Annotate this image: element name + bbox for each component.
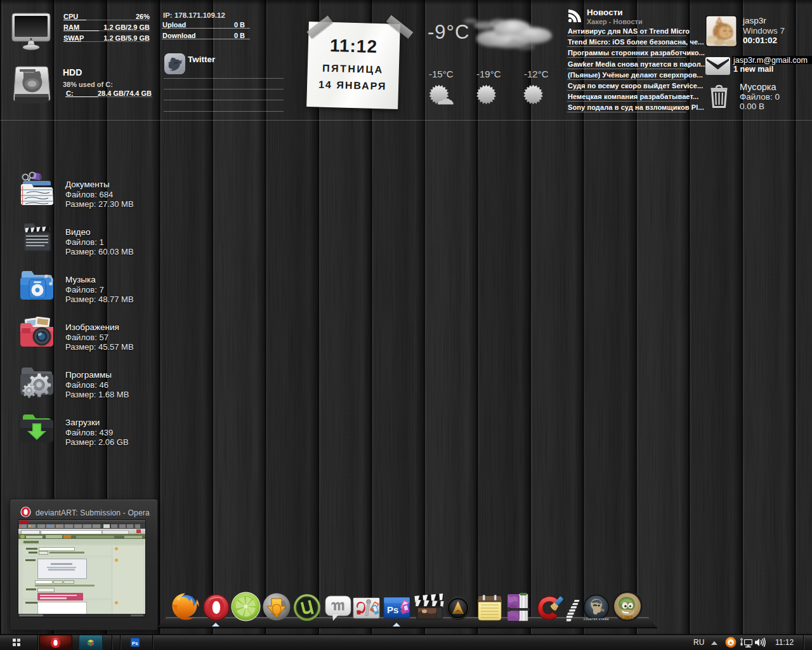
svg-text:COUNTER-STRIKE: COUNTER-STRIKE — [584, 618, 609, 621]
svg-text:Ps: Ps — [132, 640, 138, 646]
svg-text:Ps: Ps — [387, 604, 398, 615]
svg-text:LIMA: LIMA — [622, 614, 634, 620]
